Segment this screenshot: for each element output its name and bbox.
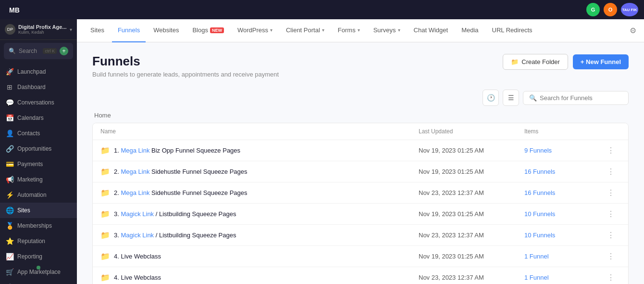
table-row: 📁 3. Magick Link / Listbuilding Squeeze … [93,225,628,246]
sidebar-item-settings[interactable]: ⚙️ Settings [0,280,77,284]
sidebar-item-reputation[interactable]: ⭐ Reputation [0,233,77,249]
table-row: 📁 4. Live Webclass Nov 19, 2023 01:25 AM… [93,246,628,267]
funnel-name-link[interactable]: 1. Mega Link Biz Opp Funnel Squeeze Page… [114,147,240,154]
funnel-name-link[interactable]: 4. Live Webclass [114,274,161,281]
account-text: Digital Profix Age... Kulim, Kedah [18,24,67,35]
sidebar-item-contacts[interactable]: 👤 Contacts [0,126,77,141]
tab-surveys[interactable]: Surveys ▾ [368,19,406,42]
cell-name: 📁 4. Live Webclass [100,273,419,282]
funnel-name-link[interactable]: 2. Mega Link Sidehustle Funnel Squeeze P… [114,189,248,196]
funnel-name-link[interactable]: 3. Magick Link / Listbuilding Squeeze Pa… [114,232,236,239]
tab-forms[interactable]: Forms ▾ [332,19,366,42]
new-funnel-button[interactable]: + New Funnel [573,54,629,69]
sidebar-item-launchpad[interactable]: 🚀 Launchpad [0,64,77,79]
tab-client-portal[interactable]: Client Portal ▾ [280,19,330,42]
settings-gear-icon[interactable]: ⚙ [630,26,636,35]
tab-funnels[interactable]: Funnels [112,19,146,42]
tab-media[interactable]: Media [456,19,484,42]
highlight-text: Mega Link [121,189,149,196]
avatar-green[interactable]: G [586,3,600,16]
sidebar-item-opportunities[interactable]: 🔗 Opportunities [0,141,77,156]
tab-url-redirects[interactable]: URL Redirects [486,19,538,42]
tab-sites[interactable]: Sites [85,19,110,42]
view-clock-button[interactable]: 🕐 [483,90,499,106]
page-actions: 📁 Create Folder + New Funnel [503,54,629,70]
view-list-button[interactable]: ☰ [503,90,519,106]
launchpad-icon: 🚀 [6,68,13,76]
cell-name: 📁 3. Magick Link / Listbuilding Squeeze … [100,231,419,240]
cell-date: Nov 23, 2023 12:37 AM [419,274,524,281]
table-row: 📁 2. Mega Link Sidehustle Funnel Squeeze… [93,182,628,204]
automation-icon: ⚡ [6,191,13,199]
tab-websites[interactable]: Websites [148,19,185,42]
row-menu-button[interactable]: ⋮ [601,146,620,155]
row-menu-button[interactable]: ⋮ [601,209,620,219]
row-menu-button[interactable]: ⋮ [601,252,620,261]
table-row: 📁 2. Mega Link Sidehustle Funnel Squeeze… [93,161,628,182]
row-menu-button[interactable]: ⋮ [601,167,620,176]
marketing-icon: 📢 [6,176,13,183]
funnel-name-link[interactable]: 3. Magick Link / Listbuilding Squeeze Pa… [114,210,236,218]
search-add-icon[interactable]: + [60,47,68,55]
tab-wordpress[interactable]: WordPress ▾ [232,19,278,42]
highlight-text: Magick Link [121,210,154,218]
account-dropdown-icon: ▾ [70,27,72,32]
page-subtitle: Build funnels to generate leads, appoint… [92,71,279,78]
funnel-name-link[interactable]: 2. Mega Link Sidehustle Funnel Squeeze P… [114,168,248,175]
folder-icon: 📁 [100,209,110,219]
sidebar-item-marketing[interactable]: 📢 Marketing [0,172,77,187]
sidebar-item-payments[interactable]: 💳 Payments [0,156,77,172]
calendars-icon: 📅 [6,114,13,122]
cell-name: 📁 3. Magick Link / Listbuilding Squeeze … [100,209,419,219]
search-label: Search [19,48,40,54]
account-icon: DP [5,24,15,35]
toolbar: 🕐 ☰ 🔍 [92,90,629,106]
funnel-search-box[interactable]: 🔍 [523,91,629,105]
row-menu-button[interactable]: ⋮ [601,231,620,240]
svg-text:MB: MB [9,6,20,14]
row-menu-button[interactable]: ⋮ [601,188,620,197]
sidebar-item-calendars[interactable]: 📅 Calendars [0,110,77,126]
cell-date: Nov 19, 2023 01:25 AM [419,253,524,260]
cell-items: 10 Funnels [524,210,601,218]
page-header: Funnels Build funnels to generate leads,… [92,54,629,78]
create-folder-button[interactable]: 📁 Create Folder [503,54,568,70]
folder-icon: 📁 [100,167,110,176]
highlight-text: Mega Link [121,168,149,175]
dashboard-icon: ⊞ [6,83,13,91]
sidebar-item-dashboard[interactable]: ⊞ Dashboard [0,79,77,95]
sidebar-item-reporting[interactable]: 📈 Reporting [0,249,77,264]
cell-date: Nov 23, 2023 12:37 AM [419,232,524,239]
funnel-search-input[interactable] [540,94,622,102]
tab-chat-widget[interactable]: Chat Widget [408,19,454,42]
table-header: Name Last Updated Items [93,123,628,140]
cell-items: 1 Funnel [524,274,601,281]
sidebar-item-automation[interactable]: ⚡ Automation [0,187,77,203]
sidebar-item-memberships[interactable]: 🏅 Memberships [0,218,77,233]
tab-blogs[interactable]: Blogs NEW [186,19,230,42]
sidebar-search[interactable]: 🔍 Search ctrl K + [4,43,73,59]
sidebar-item-conversations[interactable]: 💬 Conversations [0,95,77,110]
blogs-badge: NEW [210,27,224,33]
funnel-name-link[interactable]: 4. Live Webclass [114,253,161,260]
sidebar-account[interactable]: DP Digital Profix Age... Kulim, Kedah ▾ [0,19,77,40]
reputation-icon: ⭐ [6,237,13,245]
sidebar-item-label: Marketing [17,176,43,183]
sidebar-item-sites[interactable]: 🌐 Sites [0,203,77,218]
sidebar-item-label: Launchpad [17,68,46,75]
cell-date: Nov 19, 2023 01:25 AM [419,168,524,175]
top-bar: MB G O TAU FIK [0,0,644,19]
row-menu-button[interactable]: ⋮ [601,273,620,282]
table-row: 📁 3. Magick Link / Listbuilding Squeeze … [93,204,628,225]
cell-date: Nov 19, 2023 01:25 AM [419,210,524,218]
cell-date: Nov 19, 2023 01:25 AM [419,147,524,154]
avatar-taufik[interactable]: TAU FIK [621,3,638,16]
avatar-orange[interactable]: O [604,3,617,16]
account-name: Digital Profix Age... [18,24,67,30]
header-name: Name [100,128,419,135]
header-items: Items [524,128,601,135]
cell-items: 10 Funnels [524,232,601,239]
funnel-table: Name Last Updated Items 📁 1. Mega Link B… [92,123,629,284]
page-title: Funnels [92,54,279,69]
sidebar-item-label: Payments [17,161,43,168]
